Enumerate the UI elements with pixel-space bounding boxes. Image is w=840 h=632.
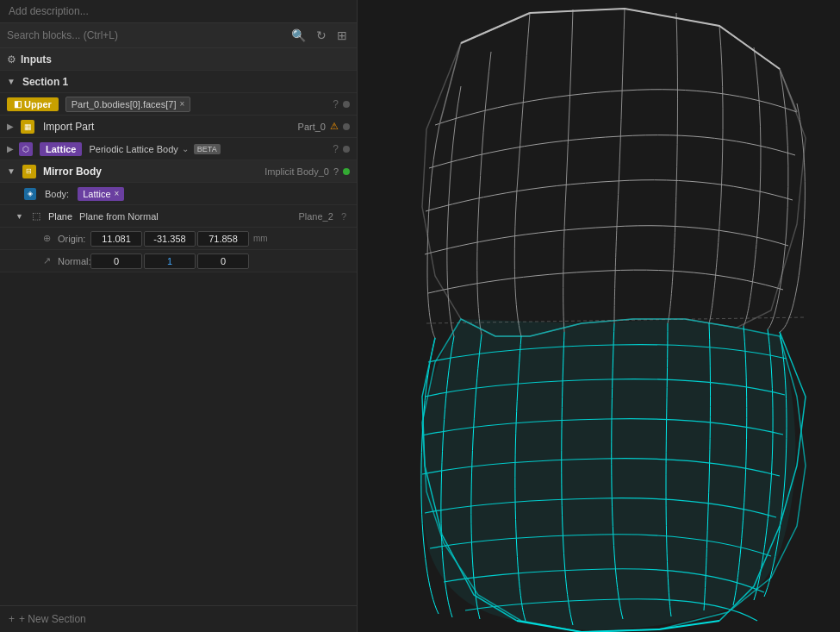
add-description[interactable]: Add description... bbox=[0, 0, 357, 23]
new-section-label: + New Section bbox=[19, 613, 86, 625]
search-icons: 🔍 ↻ ⊞ bbox=[289, 28, 350, 43]
panel-content: ▼ Section 1 ◧ Upper Part_0.bodies[0].fac… bbox=[0, 71, 357, 604]
face-value: Part_0.bodies[0].faces[7] bbox=[72, 99, 177, 110]
plus-icon: + bbox=[9, 613, 15, 625]
normal-x-input[interactable] bbox=[90, 253, 142, 269]
import-part-label: Import Part bbox=[43, 121, 94, 133]
plane-question-icon: ? bbox=[341, 211, 346, 222]
mirror-icon: ⊟ bbox=[22, 165, 36, 178]
normal-label: ↗ Normal: bbox=[43, 255, 90, 266]
origin-z-input[interactable] bbox=[197, 231, 249, 247]
mirror-body-row[interactable]: ▼ ⊟ Mirror Body Implicit Body_0 ? bbox=[0, 160, 357, 183]
plane-type: Plane from Normal bbox=[79, 211, 159, 222]
lattice-type: Periodic Lattice Body bbox=[89, 144, 177, 154]
search-icon[interactable]: 🔍 bbox=[289, 28, 308, 43]
lattice-row[interactable]: ▶ ⬡ Lattice Periodic Lattice Body ⌄ BETA… bbox=[0, 138, 357, 160]
gear-icon: ⚙ bbox=[7, 53, 16, 66]
normal-inputs bbox=[90, 253, 249, 269]
normal-icon: ↗ bbox=[43, 255, 51, 266]
face-close-icon[interactable]: × bbox=[179, 99, 184, 109]
body-row: ◈ Body: Lattice × bbox=[0, 183, 357, 205]
body-label: Body: bbox=[45, 189, 69, 199]
section1-header[interactable]: ▼ Section 1 bbox=[0, 71, 357, 93]
section1-title: Section 1 bbox=[22, 76, 68, 88]
origin-icon: ⊕ bbox=[43, 233, 51, 244]
origin-x-input[interactable] bbox=[90, 231, 142, 247]
mirror-title: Mirror Body bbox=[43, 166, 102, 178]
origin-label: ⊕ Origin: bbox=[43, 233, 90, 244]
body-icon: ◈ bbox=[24, 188, 36, 200]
origin-unit: mm bbox=[253, 234, 268, 243]
upper-row: ◧ Upper Part_0.bodies[0].faces[7] × ? bbox=[0, 93, 357, 116]
beta-badge: BETA bbox=[194, 144, 221, 154]
normal-row: ↗ Normal: bbox=[0, 250, 357, 272]
new-section-button[interactable]: + + New Section bbox=[0, 605, 357, 632]
collapse-icon: ▼ bbox=[7, 77, 16, 86]
mirror-value: Implicit Body_0 ? bbox=[264, 166, 350, 177]
import-status-dot bbox=[343, 123, 350, 130]
grid-icon[interactable]: ⊞ bbox=[334, 28, 350, 43]
status-dot bbox=[343, 101, 350, 108]
lattice-chip-close[interactable]: × bbox=[115, 189, 120, 198]
expand-arrow[interactable]: ▶ bbox=[7, 122, 14, 131]
normal-y-input[interactable] bbox=[144, 253, 196, 269]
mirror-question-icon: ? bbox=[333, 166, 339, 177]
import-part-row[interactable]: ▶ ▦ Import Part Part_0 ⚠ bbox=[0, 116, 357, 138]
origin-inputs: mm bbox=[90, 231, 268, 247]
plane-row[interactable]: ▼ ⬚ Plane Plane from Normal Plane_2 ? bbox=[0, 205, 357, 228]
plane-label: Plane bbox=[48, 211, 72, 222]
lattice-tag[interactable]: Lattice bbox=[40, 142, 82, 156]
origin-y-input[interactable] bbox=[144, 231, 196, 247]
upper-row-icons: ? bbox=[333, 98, 350, 110]
upper-tag-icon: ◧ bbox=[14, 99, 22, 109]
origin-row: ⊕ Origin: mm bbox=[0, 228, 357, 250]
refresh-icon[interactable]: ↻ bbox=[314, 28, 329, 43]
normal-z-input[interactable] bbox=[197, 253, 249, 269]
3d-viewport-svg bbox=[358, 0, 840, 632]
viewport[interactable] bbox=[358, 0, 840, 632]
lattice-icon: ⬡ bbox=[19, 142, 33, 156]
question-icon: ? bbox=[333, 98, 339, 110]
plane-collapse-icon: ▼ bbox=[16, 212, 23, 221]
upper-label: Upper bbox=[24, 99, 52, 110]
dropdown-icon[interactable]: ⌄ bbox=[182, 144, 189, 153]
lattice-chip: Lattice × bbox=[78, 187, 124, 201]
left-panel: Add description... 🔍 ↻ ⊞ ⚙ Inputs ▼ Sect… bbox=[0, 0, 358, 632]
inputs-label: Inputs bbox=[21, 53, 52, 66]
plane-value: Plane_2 ? bbox=[298, 211, 350, 222]
search-bar: 🔍 ↻ ⊞ bbox=[0, 23, 357, 48]
lattice-question-icon: ? bbox=[333, 143, 339, 155]
upper-tag[interactable]: ◧ Upper bbox=[7, 97, 59, 111]
lattice-expand-arrow[interactable]: ▶ bbox=[7, 144, 14, 153]
lattice-chip-label: Lattice bbox=[83, 189, 110, 199]
inputs-section-header: ⚙ Inputs bbox=[0, 48, 357, 71]
search-input[interactable] bbox=[7, 29, 283, 41]
mirror-status-dot bbox=[343, 168, 350, 175]
lattice-status-dot bbox=[343, 146, 350, 153]
mirror-collapse-icon: ▼ bbox=[7, 166, 16, 176]
lattice-row-icons: ? bbox=[333, 143, 350, 155]
plane-icon: ⬚ bbox=[29, 210, 43, 223]
face-tag: Part_0.bodies[0].faces[7] × bbox=[65, 97, 191, 112]
lattice-label: Lattice bbox=[46, 144, 76, 154]
import-part-icon: ▦ bbox=[21, 120, 34, 134]
import-part-value: Part_0 ⚠ bbox=[298, 121, 350, 132]
warning-icon: ⚠ bbox=[330, 121, 339, 132]
